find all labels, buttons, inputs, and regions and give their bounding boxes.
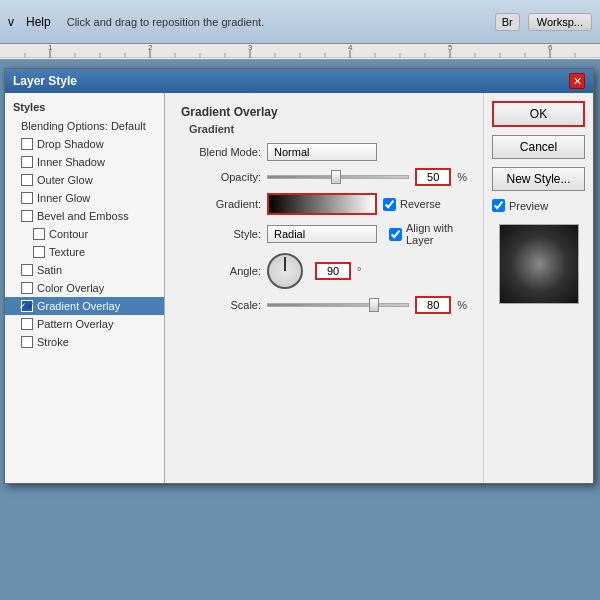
style-item-contour[interactable]: Contour (5, 225, 164, 243)
reverse-checkbox[interactable] (383, 198, 396, 211)
pattern-overlay-label: Pattern Overlay (37, 318, 113, 330)
gradient-overlay-checkbox[interactable]: ✓ (21, 300, 33, 312)
svg-text:2: 2 (148, 44, 153, 52)
scale-unit: % (457, 299, 467, 311)
br-badge: Br (495, 13, 520, 31)
opacity-slider-thumb[interactable] (331, 170, 341, 184)
satin-checkbox[interactable] (21, 264, 33, 276)
align-row: Align with Layer (389, 222, 467, 246)
sub-section-title: Gradient (181, 123, 467, 135)
style-row: Style: Radial Linear Angle Reflected Dia… (181, 222, 467, 246)
menu-v[interactable]: v (8, 15, 14, 29)
opacity-slider[interactable] (267, 175, 409, 179)
style-item-satin[interactable]: Satin (5, 261, 164, 279)
new-style-button[interactable]: New Style... (492, 167, 585, 191)
menu-bar[interactable]: v Help (8, 15, 51, 29)
scale-input[interactable] (415, 296, 451, 314)
style-item-color-overlay[interactable]: Color Overlay (5, 279, 164, 297)
contour-checkbox[interactable] (33, 228, 45, 240)
align-checkbox[interactable] (389, 228, 402, 241)
color-overlay-checkbox[interactable] (21, 282, 33, 294)
style-item-pattern-overlay[interactable]: Pattern Overlay (5, 315, 164, 333)
center-panel: Gradient Overlay Gradient Blend Mode: No… (165, 93, 483, 483)
blend-mode-select[interactable]: Normal Dissolve Multiply Screen (267, 143, 377, 161)
workspace-button[interactable]: Worksp... (528, 13, 592, 31)
satin-label: Satin (37, 264, 62, 276)
scale-row: Scale: % (181, 296, 467, 314)
opacity-unit: % (457, 171, 467, 183)
gradient-preview[interactable] (267, 193, 377, 215)
pattern-overlay-checkbox[interactable] (21, 318, 33, 330)
inner-shadow-label: Inner Shadow (37, 156, 105, 168)
opacity-slider-container (267, 175, 409, 179)
hint-text: Click and drag to reposition the gradien… (51, 16, 495, 28)
texture-label: Texture (49, 246, 85, 258)
dialog-title: Layer Style (13, 74, 77, 88)
styles-panel: Styles Blending Options: Default Drop Sh… (5, 93, 165, 483)
blending-options-label: Blending Options: Default (21, 120, 146, 132)
angle-row: Angle: ° (181, 253, 467, 289)
stroke-label: Stroke (37, 336, 69, 348)
style-item-outer-glow[interactable]: Outer Glow (5, 171, 164, 189)
style-dropdown-wrapper: Radial Linear Angle Reflected Diamond (267, 225, 377, 243)
menu-help[interactable]: Help (26, 15, 51, 29)
ok-button[interactable]: OK (492, 101, 585, 127)
blend-mode-label: Blend Mode: (181, 146, 261, 158)
drop-shadow-checkbox[interactable] (21, 138, 33, 150)
angle-input[interactable] (315, 262, 351, 280)
style-select[interactable]: Radial Linear Angle Reflected Diamond (267, 225, 377, 243)
inner-glow-label: Inner Glow (37, 192, 90, 204)
ruler: 1 2 3 4 5 6 (0, 44, 600, 60)
top-right-area: Br Worksp... (495, 13, 592, 31)
outer-glow-checkbox[interactable] (21, 174, 33, 186)
angle-needle (284, 257, 286, 271)
blend-mode-dropdown-wrapper: Normal Dissolve Multiply Screen (267, 143, 377, 161)
dialog-titlebar: Layer Style ✕ (5, 69, 593, 93)
right-panel: OK Cancel New Style... Preview (483, 93, 593, 483)
bevel-emboss-label: Bevel and Emboss (37, 210, 129, 222)
bevel-emboss-checkbox[interactable] (21, 210, 33, 222)
styles-header: Styles (5, 97, 164, 117)
angle-unit: ° (357, 265, 361, 277)
opacity-input[interactable] (415, 168, 451, 186)
style-label: Style: (181, 228, 261, 240)
reverse-row: Reverse (383, 198, 441, 211)
preview-thumbnail (499, 224, 579, 304)
contour-label: Contour (49, 228, 88, 240)
style-item-drop-shadow[interactable]: Drop Shadow (5, 135, 164, 153)
svg-text:4: 4 (348, 44, 353, 52)
style-item-stroke[interactable]: Stroke (5, 333, 164, 351)
style-item-inner-glow[interactable]: Inner Glow (5, 189, 164, 207)
gradient-label: Gradient: (181, 198, 261, 210)
stroke-checkbox[interactable] (21, 336, 33, 348)
scale-slider[interactable] (267, 303, 409, 307)
reverse-label: Reverse (400, 198, 441, 210)
style-item-bevel-emboss[interactable]: Bevel and Emboss (5, 207, 164, 225)
scale-label: Scale: (181, 299, 261, 311)
outer-glow-label: Outer Glow (37, 174, 93, 186)
angle-label: Angle: (181, 265, 261, 277)
style-item-inner-shadow[interactable]: Inner Shadow (5, 153, 164, 171)
gradient-overlay-label: Gradient Overlay (37, 300, 120, 312)
drop-shadow-label: Drop Shadow (37, 138, 104, 150)
dialog-close-button[interactable]: ✕ (569, 73, 585, 89)
section-title: Gradient Overlay (181, 105, 467, 119)
inner-shadow-checkbox[interactable] (21, 156, 33, 168)
gradient-row: Gradient: Reverse (181, 193, 467, 215)
texture-checkbox[interactable] (33, 246, 45, 258)
align-label: Align with Layer (406, 222, 467, 246)
style-item-texture[interactable]: Texture (5, 243, 164, 261)
preview-checkbox[interactable] (492, 199, 505, 212)
blending-options-item[interactable]: Blending Options: Default (5, 117, 164, 135)
inner-glow-checkbox[interactable] (21, 192, 33, 204)
ruler-svg: 1 2 3 4 5 6 (0, 44, 600, 58)
scale-slider-container (267, 303, 409, 307)
svg-text:6: 6 (548, 44, 553, 52)
scale-slider-thumb[interactable] (369, 298, 379, 312)
style-item-gradient-overlay[interactable]: ✓ Gradient Overlay (5, 297, 164, 315)
opacity-label: Opacity: (181, 171, 261, 183)
angle-dial[interactable] (267, 253, 303, 289)
svg-text:3: 3 (248, 44, 253, 52)
cancel-button[interactable]: Cancel (492, 135, 585, 159)
svg-text:1: 1 (48, 44, 53, 52)
